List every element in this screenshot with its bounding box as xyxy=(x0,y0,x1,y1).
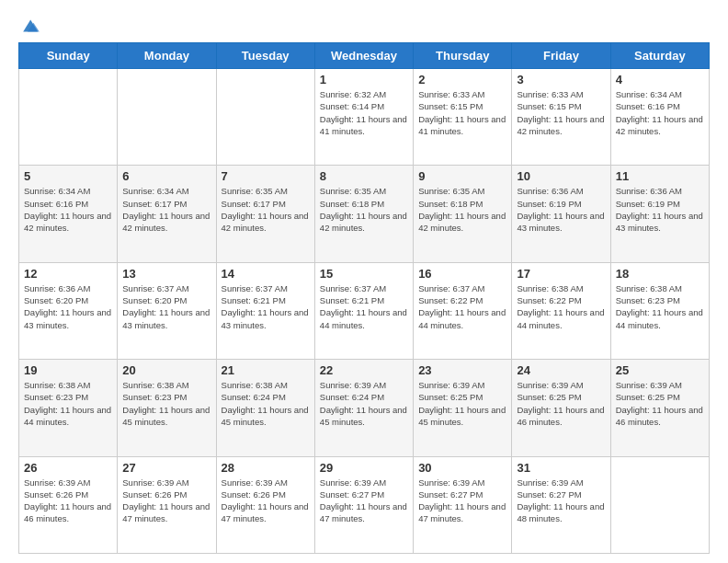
day-number: 7 xyxy=(222,169,310,183)
day-info: Sunrise: 6:35 AM Sunset: 6:18 PM Dayligh… xyxy=(418,185,506,234)
calendar-cell: 3Sunrise: 6:33 AM Sunset: 6:15 PM Daylig… xyxy=(512,69,610,166)
calendar-week-row: 5Sunrise: 6:34 AM Sunset: 6:16 PM Daylig… xyxy=(19,166,710,262)
day-number: 1 xyxy=(320,73,408,86)
calendar-cell: 18Sunrise: 6:38 AM Sunset: 6:23 PM Dayli… xyxy=(610,262,709,359)
logo-icon xyxy=(20,15,42,37)
calendar-cell: 27Sunrise: 6:39 AM Sunset: 6:26 PM Dayli… xyxy=(118,456,216,553)
calendar-cell: 12Sunrise: 6:36 AM Sunset: 6:20 PM Dayli… xyxy=(19,262,118,359)
calendar-cell: 9Sunrise: 6:35 AM Sunset: 6:18 PM Daylig… xyxy=(414,166,512,262)
calendar-cell: 28Sunrise: 6:39 AM Sunset: 6:26 PM Dayli… xyxy=(216,456,314,553)
day-info: Sunrise: 6:39 AM Sunset: 6:25 PM Dayligh… xyxy=(616,379,704,428)
calendar-cell: 24Sunrise: 6:39 AM Sunset: 6:25 PM Dayli… xyxy=(512,360,610,456)
calendar-cell: 4Sunrise: 6:34 AM Sunset: 6:16 PM Daylig… xyxy=(610,69,709,166)
day-info: Sunrise: 6:37 AM Sunset: 6:22 PM Dayligh… xyxy=(418,282,506,331)
day-of-week-header: Wednesday xyxy=(314,43,413,69)
day-info: Sunrise: 6:36 AM Sunset: 6:19 PM Dayligh… xyxy=(616,185,704,234)
day-number: 21 xyxy=(222,363,310,377)
calendar-cell: 29Sunrise: 6:39 AM Sunset: 6:27 PM Dayli… xyxy=(314,456,413,553)
calendar-week-row: 12Sunrise: 6:36 AM Sunset: 6:20 PM Dayli… xyxy=(19,262,710,359)
calendar-cell: 7Sunrise: 6:35 AM Sunset: 6:17 PM Daylig… xyxy=(216,166,314,262)
calendar-cell xyxy=(216,69,314,166)
day-number: 26 xyxy=(24,461,112,475)
day-number: 29 xyxy=(320,461,408,475)
day-info: Sunrise: 6:39 AM Sunset: 6:27 PM Dayligh… xyxy=(320,477,408,525)
calendar-cell: 16Sunrise: 6:37 AM Sunset: 6:22 PM Dayli… xyxy=(414,262,512,359)
day-info: Sunrise: 6:38 AM Sunset: 6:23 PM Dayligh… xyxy=(122,379,210,428)
logo xyxy=(18,15,42,33)
calendar-cell: 30Sunrise: 6:39 AM Sunset: 6:27 PM Dayli… xyxy=(414,456,512,553)
day-number: 15 xyxy=(320,267,408,281)
calendar-cell: 2Sunrise: 6:33 AM Sunset: 6:15 PM Daylig… xyxy=(414,69,512,166)
calendar-cell: 6Sunrise: 6:34 AM Sunset: 6:17 PM Daylig… xyxy=(118,166,216,262)
day-number: 22 xyxy=(320,363,408,377)
day-number: 17 xyxy=(517,267,605,281)
day-number: 28 xyxy=(222,461,310,475)
day-number: 18 xyxy=(616,267,704,281)
day-number: 13 xyxy=(122,267,210,281)
day-of-week-header: Thursday xyxy=(414,43,512,69)
calendar-cell: 13Sunrise: 6:37 AM Sunset: 6:20 PM Dayli… xyxy=(118,262,216,359)
day-number: 24 xyxy=(517,363,605,377)
day-info: Sunrise: 6:35 AM Sunset: 6:17 PM Dayligh… xyxy=(222,185,310,234)
calendar-cell: 10Sunrise: 6:36 AM Sunset: 6:19 PM Dayli… xyxy=(512,166,610,262)
day-number: 19 xyxy=(24,363,112,377)
day-of-week-header: Sunday xyxy=(19,43,118,69)
calendar-cell: 19Sunrise: 6:38 AM Sunset: 6:23 PM Dayli… xyxy=(19,360,118,456)
day-info: Sunrise: 6:37 AM Sunset: 6:21 PM Dayligh… xyxy=(320,282,408,331)
calendar-cell: 1Sunrise: 6:32 AM Sunset: 6:14 PM Daylig… xyxy=(314,69,413,166)
day-info: Sunrise: 6:39 AM Sunset: 6:27 PM Dayligh… xyxy=(418,477,506,525)
day-number: 30 xyxy=(418,461,506,475)
day-info: Sunrise: 6:39 AM Sunset: 6:26 PM Dayligh… xyxy=(222,477,310,525)
calendar-cell: 15Sunrise: 6:37 AM Sunset: 6:21 PM Dayli… xyxy=(314,262,413,359)
calendar-cell xyxy=(19,69,118,166)
day-number: 6 xyxy=(122,169,210,183)
day-number: 5 xyxy=(24,169,112,183)
day-of-week-header: Saturday xyxy=(610,43,709,69)
day-info: Sunrise: 6:36 AM Sunset: 6:19 PM Dayligh… xyxy=(517,185,605,234)
day-number: 2 xyxy=(418,73,506,86)
calendar-cell: 22Sunrise: 6:39 AM Sunset: 6:24 PM Dayli… xyxy=(314,360,413,456)
day-info: Sunrise: 6:37 AM Sunset: 6:20 PM Dayligh… xyxy=(122,282,210,331)
day-info: Sunrise: 6:39 AM Sunset: 6:26 PM Dayligh… xyxy=(24,477,112,525)
day-info: Sunrise: 6:39 AM Sunset: 6:25 PM Dayligh… xyxy=(418,379,506,428)
day-info: Sunrise: 6:39 AM Sunset: 6:24 PM Dayligh… xyxy=(320,379,408,428)
calendar-week-row: 26Sunrise: 6:39 AM Sunset: 6:26 PM Dayli… xyxy=(19,456,710,553)
calendar-cell xyxy=(118,69,216,166)
day-number: 27 xyxy=(122,461,210,475)
day-info: Sunrise: 6:38 AM Sunset: 6:24 PM Dayligh… xyxy=(222,379,310,428)
day-info: Sunrise: 6:36 AM Sunset: 6:20 PM Dayligh… xyxy=(24,282,112,331)
calendar-cell: 5Sunrise: 6:34 AM Sunset: 6:16 PM Daylig… xyxy=(19,166,118,262)
day-number: 16 xyxy=(418,267,506,281)
day-info: Sunrise: 6:37 AM Sunset: 6:21 PM Dayligh… xyxy=(222,282,310,331)
day-info: Sunrise: 6:39 AM Sunset: 6:25 PM Dayligh… xyxy=(517,379,605,428)
day-info: Sunrise: 6:32 AM Sunset: 6:14 PM Dayligh… xyxy=(320,88,408,137)
day-info: Sunrise: 6:34 AM Sunset: 6:16 PM Dayligh… xyxy=(24,185,112,234)
calendar-cell xyxy=(610,456,709,553)
day-number: 20 xyxy=(122,363,210,377)
calendar-cell: 31Sunrise: 6:39 AM Sunset: 6:27 PM Dayli… xyxy=(512,456,610,553)
calendar-cell: 21Sunrise: 6:38 AM Sunset: 6:24 PM Dayli… xyxy=(216,360,314,456)
calendar-cell: 26Sunrise: 6:39 AM Sunset: 6:26 PM Dayli… xyxy=(19,456,118,553)
calendar-cell: 20Sunrise: 6:38 AM Sunset: 6:23 PM Dayli… xyxy=(118,360,216,456)
calendar-cell: 25Sunrise: 6:39 AM Sunset: 6:25 PM Dayli… xyxy=(610,360,709,456)
calendar-cell: 23Sunrise: 6:39 AM Sunset: 6:25 PM Dayli… xyxy=(414,360,512,456)
day-number: 12 xyxy=(24,267,112,281)
day-info: Sunrise: 6:34 AM Sunset: 6:17 PM Dayligh… xyxy=(122,185,210,234)
day-number: 3 xyxy=(517,73,605,86)
day-of-week-header: Monday xyxy=(118,43,216,69)
day-number: 11 xyxy=(616,169,704,183)
day-number: 10 xyxy=(517,169,605,183)
day-info: Sunrise: 6:38 AM Sunset: 6:23 PM Dayligh… xyxy=(616,282,704,331)
day-info: Sunrise: 6:39 AM Sunset: 6:27 PM Dayligh… xyxy=(517,477,605,525)
day-info: Sunrise: 6:34 AM Sunset: 6:16 PM Dayligh… xyxy=(616,88,704,137)
calendar-cell: 14Sunrise: 6:37 AM Sunset: 6:21 PM Dayli… xyxy=(216,262,314,359)
calendar-week-row: 1Sunrise: 6:32 AM Sunset: 6:14 PM Daylig… xyxy=(19,69,710,166)
day-of-week-header: Tuesday xyxy=(216,43,314,69)
days-header-row: SundayMondayTuesdayWednesdayThursdayFrid… xyxy=(19,43,710,69)
day-number: 23 xyxy=(418,363,506,377)
day-number: 14 xyxy=(222,267,310,281)
calendar-cell: 11Sunrise: 6:36 AM Sunset: 6:19 PM Dayli… xyxy=(610,166,709,262)
day-info: Sunrise: 6:33 AM Sunset: 6:15 PM Dayligh… xyxy=(418,88,506,137)
header xyxy=(18,15,710,33)
calendar-week-row: 19Sunrise: 6:38 AM Sunset: 6:23 PM Dayli… xyxy=(19,360,710,456)
